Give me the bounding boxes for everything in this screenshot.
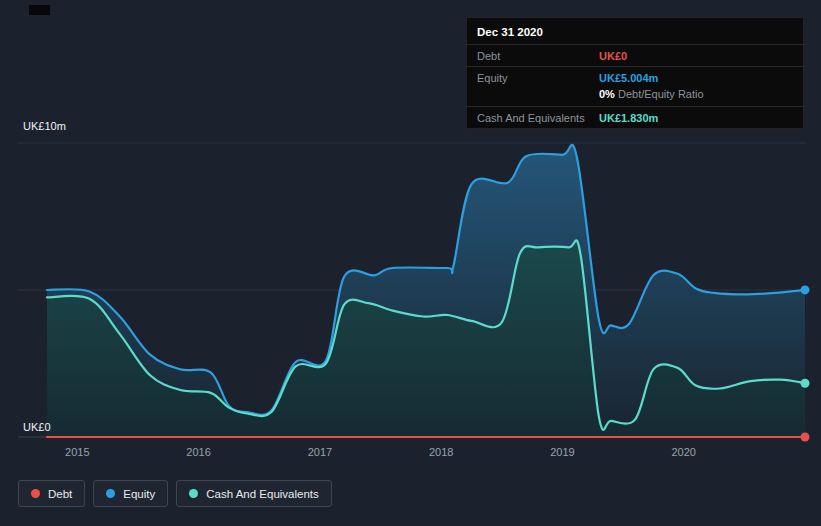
tooltip-cash-label: Cash And Equivalents	[477, 112, 599, 124]
legend: Debt Equity Cash And Equivalents	[18, 480, 332, 507]
legend-equity-label: Equity	[123, 488, 155, 500]
ratio-label: Debt/Equity Ratio	[615, 88, 704, 100]
cash-dot-icon	[189, 489, 198, 498]
equity-dot-icon	[106, 489, 115, 498]
tooltip-row-debt: Debt UK£0	[467, 45, 803, 67]
debt-dot-icon	[31, 489, 40, 498]
y-axis-max-label: UK£10m	[23, 120, 66, 132]
legend-item-debt[interactable]: Debt	[18, 480, 85, 507]
tooltip-row-cash: Cash And Equivalents UK£1.830m	[467, 107, 803, 128]
tooltip-cash-value: UK£1.830m	[599, 112, 658, 124]
tooltip-date: Dec 31 2020	[467, 18, 803, 45]
tooltip: Dec 31 2020 Debt UK£0 Equity UK£5.004m 0…	[466, 17, 804, 129]
tooltip-debt-label: Debt	[477, 50, 599, 62]
y-axis-min-label: UK£0	[23, 421, 51, 433]
tooltip-equity-label: Equity	[477, 72, 599, 84]
tooltip-debt-value: UK£0	[599, 50, 627, 62]
legend-item-cash[interactable]: Cash And Equivalents	[176, 480, 332, 507]
x-axis-label: 2018	[429, 446, 453, 458]
x-axis-label: 2015	[65, 446, 89, 458]
x-axis-label: 2016	[186, 446, 210, 458]
x-axis-label: 2020	[671, 446, 695, 458]
ratio-percent: 0%	[599, 88, 615, 100]
legend-item-equity[interactable]: Equity	[93, 480, 168, 507]
legend-cash-label: Cash And Equivalents	[206, 488, 319, 500]
debt-equity-chart-panel: UK£10m UK£0 201520162017201820192020 Dec…	[0, 0, 821, 526]
x-axis-label: 2017	[308, 446, 332, 458]
x-axis-label: 2019	[550, 446, 574, 458]
tooltip-equity-value: UK£5.004m	[599, 72, 658, 84]
tooltip-debt-equity-ratio: 0% Debt/Equity Ratio	[467, 88, 803, 107]
legend-debt-label: Debt	[48, 488, 72, 500]
tooltip-row-equity: Equity UK£5.004m	[467, 67, 803, 88]
